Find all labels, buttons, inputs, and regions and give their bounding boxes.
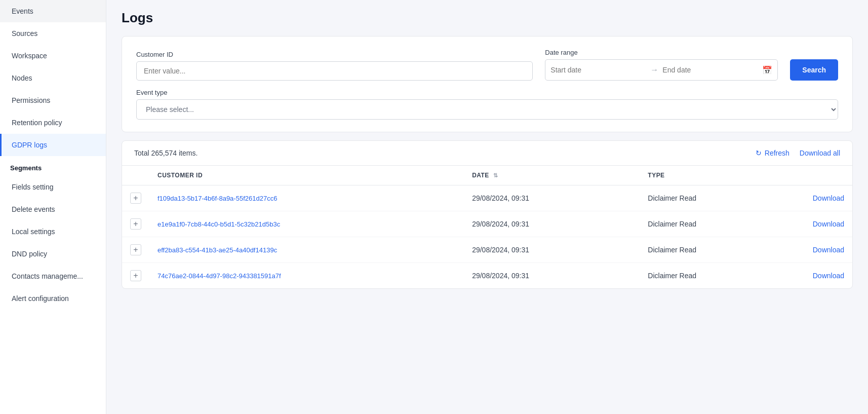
table-row: + eff2ba83-c554-41b3-ae25-4a40df14139c 2…: [122, 237, 852, 263]
search-button[interactable]: Search: [790, 59, 838, 81]
sidebar-item-local-settings[interactable]: Local settings: [0, 220, 106, 243]
date-range-label: Date range: [545, 49, 778, 56]
event-type-select[interactable]: Please select...: [136, 99, 838, 120]
sort-icon: ⇅: [493, 172, 498, 178]
expand-cell-0: +: [122, 185, 149, 211]
action-cell-0: Download: [780, 185, 852, 211]
sidebar-item-permissions[interactable]: Permissions: [0, 89, 106, 111]
download-all-label: Download all: [800, 149, 840, 157]
date-range-container: → 📅: [545, 59, 778, 81]
sidebar-item-retention-policy[interactable]: Retention policy: [0, 111, 106, 134]
type-cell-2: Diclaimer Read: [640, 237, 780, 263]
sidebar-item-events[interactable]: Events: [0, 0, 106, 22]
date-arrow-icon: →: [650, 65, 658, 74]
action-cell-1: Download: [780, 211, 852, 237]
sidebar: EventsSourcesWorkspaceNodesPermissionsRe…: [0, 0, 106, 414]
logs-table: CUSTOMER ID DATE ⇅ TYPE + f109da13-5b17-…: [122, 166, 852, 288]
end-date-input[interactable]: [662, 66, 758, 74]
customer-id-link-1[interactable]: e1e9a1f0-7cb8-44c0-b5d1-5c32b21d5b3c: [157, 220, 280, 228]
customer-id-group: Customer ID: [136, 51, 533, 81]
event-type-group: Event type Please select...: [136, 89, 838, 120]
type-cell-0: Diclaimer Read: [640, 185, 780, 211]
start-date-input[interactable]: [550, 66, 646, 74]
action-cell-2: Download: [780, 237, 852, 263]
customer-id-link-3[interactable]: 74c76ae2-0844-4d97-98c2-943381591a7f: [157, 272, 281, 280]
table-header-row: Total 265,574 items. ↻ Refresh Download …: [122, 141, 852, 166]
date-cell-2: 29/08/2024, 09:31: [464, 237, 640, 263]
refresh-label: Refresh: [765, 149, 790, 157]
customer-id-label: Customer ID: [136, 51, 533, 58]
type-cell-1: Diclaimer Read: [640, 211, 780, 237]
download-link-0[interactable]: Download: [813, 194, 844, 202]
expand-button-3[interactable]: +: [130, 270, 141, 281]
action-cell-3: Download: [780, 263, 852, 289]
customer-id-cell-2: eff2ba83-c554-41b3-ae25-4a40df14139c: [149, 237, 464, 263]
expand-cell-2: +: [122, 237, 149, 263]
col-type-header: TYPE: [640, 166, 780, 185]
segments-section-title: Segments: [0, 156, 106, 176]
event-type-label: Event type: [136, 89, 838, 96]
sidebar-item-fields-setting[interactable]: Fields setting: [0, 176, 106, 198]
download-link-2[interactable]: Download: [813, 246, 844, 254]
expand-cell-3: +: [122, 263, 149, 289]
sidebar-item-sources[interactable]: Sources: [0, 22, 106, 45]
table-row: + e1e9a1f0-7cb8-44c0-b5d1-5c32b21d5b3c 2…: [122, 211, 852, 237]
main-content: Logs Customer ID Date range → 📅 Search E…: [106, 0, 868, 414]
customer-id-link-0[interactable]: f109da13-5b17-4b6f-8a9a-55f261d27cc6: [157, 195, 277, 202]
sidebar-item-workspace[interactable]: Workspace: [0, 45, 106, 67]
col-customer-header: CUSTOMER ID: [149, 166, 464, 185]
sidebar-item-dnd-policy[interactable]: DND policy: [0, 243, 106, 265]
refresh-button[interactable]: ↻ Refresh: [756, 149, 790, 157]
expand-button-2[interactable]: +: [130, 244, 141, 255]
col-date-header[interactable]: DATE ⇅: [464, 166, 640, 185]
date-range-group: Date range → 📅: [545, 49, 778, 81]
date-cell-1: 29/08/2024, 09:31: [464, 211, 640, 237]
download-link-3[interactable]: Download: [813, 272, 844, 280]
sidebar-item-delete-events[interactable]: Delete events: [0, 198, 106, 220]
sidebar-item-alert-configuration[interactable]: Alert configuration: [0, 287, 106, 310]
customer-id-input[interactable]: [136, 61, 533, 81]
download-all-button[interactable]: Download all: [800, 149, 840, 157]
page-title: Logs: [122, 10, 853, 26]
table-header: CUSTOMER ID DATE ⇅ TYPE: [122, 166, 852, 185]
calendar-icon[interactable]: 📅: [762, 65, 772, 75]
table-row: + f109da13-5b17-4b6f-8a9a-55f261d27cc6 2…: [122, 185, 852, 211]
table-card: Total 265,574 items. ↻ Refresh Download …: [122, 140, 853, 289]
customer-id-link-2[interactable]: eff2ba83-c554-41b3-ae25-4a40df14139c: [157, 246, 277, 254]
sidebar-item-gdpr-logs[interactable]: GDPR logs: [0, 134, 106, 156]
customer-id-cell-1: e1e9a1f0-7cb8-44c0-b5d1-5c32b21d5b3c: [149, 211, 464, 237]
download-link-1[interactable]: Download: [813, 220, 844, 228]
expand-cell-1: +: [122, 211, 149, 237]
filter-card: Customer ID Date range → 📅 Search Event …: [122, 36, 853, 132]
expand-button-0[interactable]: +: [130, 193, 141, 204]
date-cell-3: 29/08/2024, 09:31: [464, 263, 640, 289]
table-row: + 74c76ae2-0844-4d97-98c2-943381591a7f 2…: [122, 263, 852, 289]
col-action-header: [780, 166, 852, 185]
type-cell-3: Diclaimer Read: [640, 263, 780, 289]
sidebar-item-contacts-management[interactable]: Contacts manageme...: [0, 265, 106, 287]
sidebar-item-nodes[interactable]: Nodes: [0, 67, 106, 89]
customer-id-cell-0: f109da13-5b17-4b6f-8a9a-55f261d27cc6: [149, 185, 464, 211]
customer-id-cell-3: 74c76ae2-0844-4d97-98c2-943381591a7f: [149, 263, 464, 289]
date-cell-0: 29/08/2024, 09:31: [464, 185, 640, 211]
table-actions: ↻ Refresh Download all: [756, 149, 840, 157]
table-total-count: Total 265,574 items.: [134, 149, 198, 157]
refresh-icon: ↻: [756, 149, 762, 157]
expand-button-1[interactable]: +: [130, 218, 141, 230]
col-expand-header: [122, 166, 149, 185]
